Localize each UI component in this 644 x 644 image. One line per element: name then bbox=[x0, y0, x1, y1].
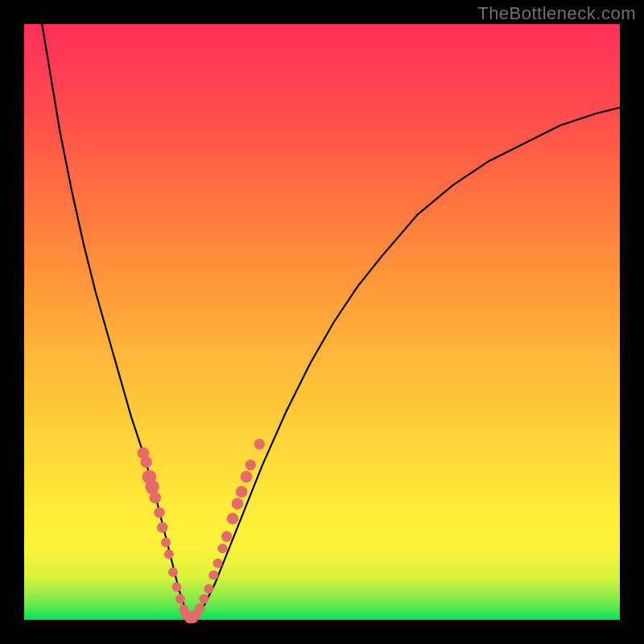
marker-point bbox=[168, 568, 178, 577]
marker-point bbox=[161, 538, 171, 547]
marker-point bbox=[154, 507, 164, 518]
chart-frame: TheBottleneck.com bbox=[0, 0, 644, 644]
marker-point bbox=[145, 480, 159, 493]
marker-point bbox=[254, 439, 265, 449]
marker-point bbox=[195, 603, 204, 613]
marker-point bbox=[241, 471, 253, 483]
plot-area bbox=[24, 24, 620, 620]
marker-point bbox=[208, 571, 218, 580]
marker-point bbox=[200, 594, 209, 604]
marker-point bbox=[246, 460, 256, 470]
marker-point bbox=[221, 531, 232, 542]
marker-point bbox=[140, 456, 152, 469]
marker-point bbox=[157, 522, 167, 533]
marker-point bbox=[164, 550, 174, 559]
watermark-text: TheBottleneck.com bbox=[477, 3, 636, 24]
marker-point bbox=[227, 513, 239, 525]
highlight-markers bbox=[138, 439, 265, 624]
marker-point bbox=[213, 559, 223, 568]
marker-point bbox=[175, 594, 185, 604]
marker-point bbox=[232, 497, 244, 510]
marker-point bbox=[150, 492, 162, 504]
bottleneck-curve bbox=[42, 24, 620, 620]
marker-point bbox=[236, 486, 248, 498]
marker-point bbox=[217, 543, 227, 553]
curve-layer bbox=[24, 24, 620, 620]
marker-point bbox=[204, 584, 213, 594]
marker-point bbox=[171, 582, 181, 592]
